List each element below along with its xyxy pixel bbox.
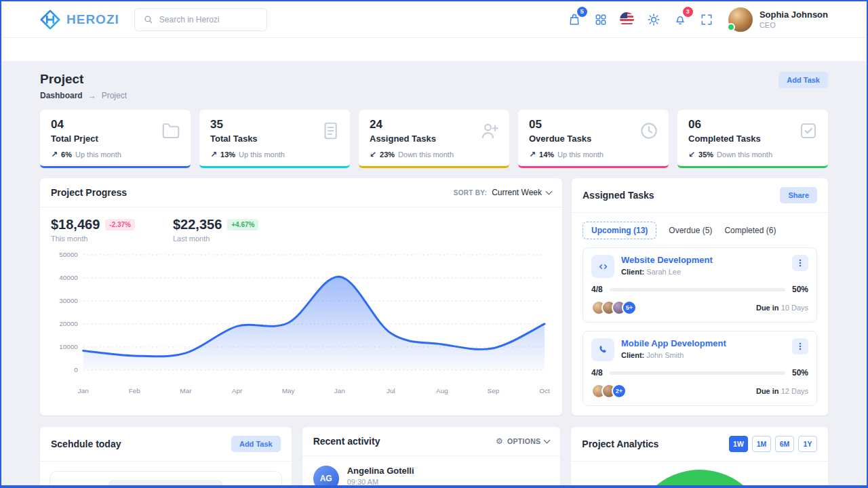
assigned-tasks-panel: Assigned Tasks Share Upcoming (13) Overd…: [572, 178, 828, 415]
trend-percent: 23%: [380, 150, 395, 159]
svg-text:Jan: Jan: [334, 387, 345, 394]
kpi-change-badge: -2.37%: [105, 219, 135, 230]
range-toggle: 1W 1M 6M 1Y: [729, 436, 817, 452]
add-task-button[interactable]: Add Task: [778, 72, 828, 88]
language-button[interactable]: [620, 12, 635, 27]
clock-icon: [639, 121, 659, 141]
notifications-button[interactable]: 3: [673, 12, 688, 27]
schedule-panel: Scehdule today Add Task May, 2025: [40, 427, 292, 488]
code-icon: [591, 255, 614, 278]
progress-bar: [610, 288, 785, 291]
trend-note: Up this month: [239, 150, 285, 159]
apps-button[interactable]: [593, 12, 608, 27]
user-menu[interactable]: Sophia Johnson CEO: [728, 7, 828, 32]
sort-by-dropdown[interactable]: SORT BY: Current Week: [454, 188, 551, 197]
panel-title: Project Analytics: [582, 439, 658, 449]
svg-text:Jan: Jan: [78, 387, 89, 394]
cart-badge: 5: [577, 7, 587, 17]
brand-logo[interactable]: HEROZI: [40, 9, 119, 30]
kpi-value: $18,469: [51, 217, 100, 232]
range-6m-button[interactable]: 6M: [775, 436, 794, 452]
task-percent: 50%: [792, 285, 808, 294]
stat-trend: ↙ 35% Down this month: [688, 150, 817, 159]
page-title: Project: [40, 72, 127, 87]
kpi-label: Last month: [173, 235, 259, 243]
user-avatar: [728, 7, 753, 32]
range-1y-button[interactable]: 1Y: [798, 436, 817, 452]
trend-down-icon: ↙: [370, 150, 376, 159]
options-label: OPTIONS: [507, 437, 540, 445]
secondary-bar: [1, 38, 867, 61]
analytics-donut: [632, 470, 768, 488]
calendar-next-button[interactable]: [256, 481, 273, 488]
client-name: Sarah Lee: [646, 268, 681, 276]
task-menu-button[interactable]: [792, 338, 808, 354]
kpi-this-month: $18,469 -2.37% This month: [51, 217, 135, 243]
fullscreen-button[interactable]: [699, 12, 714, 27]
tab-overdue[interactable]: Overdue (5): [669, 222, 712, 239]
kpi-row: $18,469 -2.37% This month $22,356 +4.67%…: [51, 217, 551, 243]
options-dropdown[interactable]: ⚙ OPTIONS: [496, 437, 549, 445]
calendar-prev-button[interactable]: [58, 481, 76, 488]
share-button[interactable]: Share: [780, 187, 817, 203]
svg-text:0: 0: [74, 366, 78, 373]
trend-note: Up this month: [75, 150, 121, 159]
panel-title: Recent activity: [313, 436, 380, 447]
theme-toggle-button[interactable]: [646, 12, 661, 27]
area-chart: 01000020000300004000050000JanFebMarAprMa…: [51, 245, 551, 400]
stat-card-total-tasks: 35 Total Tasks ↗ 13% Up this month: [199, 110, 350, 168]
stat-card-overdue-tasks: 05 Overdue Tasks ↗ 14% Up this month: [518, 110, 669, 168]
avatar-more-badge: 5+: [622, 300, 637, 315]
svg-text:40000: 40000: [59, 274, 78, 281]
schedule-add-task-button[interactable]: Add Task: [231, 436, 281, 452]
svg-text:10000: 10000: [59, 343, 78, 350]
chevron-right-icon: [260, 486, 269, 488]
brand-name: HEROZI: [66, 12, 119, 27]
due-value: 12 Days: [781, 387, 808, 395]
cart-button[interactable]: 5: [567, 12, 582, 27]
trend-percent: 6%: [61, 150, 72, 159]
task-menu-button[interactable]: [792, 255, 808, 271]
kpi-label: This month: [51, 235, 135, 243]
panel-title: Scehdule today: [51, 439, 121, 449]
task-title-link[interactable]: Website Development: [621, 255, 713, 265]
client-label: Client:: [621, 351, 644, 359]
kpi-last-month: $22,356 +4.67% Last month: [173, 217, 259, 243]
trend-up-icon: ↗: [210, 150, 217, 159]
task-title-link[interactable]: Mobile App Development: [621, 338, 726, 348]
panel-title: Assigned Tasks: [583, 190, 654, 201]
stat-card-total-projects: 04 Total Prject ↗ 6% Up this month: [40, 110, 191, 168]
activity-time: 09:30 AM: [347, 478, 541, 486]
svg-text:20000: 20000: [59, 320, 78, 327]
phone-icon: [591, 338, 614, 361]
client-label: Client:: [621, 268, 644, 276]
task-list: Website Development Client: Sarah Lee: [572, 239, 828, 415]
search-input[interactable]: [159, 15, 258, 24]
svg-text:Mar: Mar: [180, 387, 192, 394]
kpi-value: $22,356: [173, 217, 222, 232]
trend-note: Down this month: [398, 150, 454, 159]
search-box[interactable]: [134, 8, 267, 31]
breadcrumb-dashboard[interactable]: Dashboard: [40, 91, 83, 100]
recent-activity-panel: Recent activity ⚙ OPTIONS AG Angelina Go…: [302, 427, 561, 488]
trend-percent: 35%: [698, 150, 713, 159]
calendar: May, 2025: [50, 471, 282, 488]
trend-percent: 13%: [220, 150, 235, 159]
task-client: Client: John Smith: [621, 351, 726, 359]
project-analytics-panel: Project Analytics 1W 1M 6M 1Y: [571, 427, 828, 488]
tab-upcoming[interactable]: Upcoming (13): [583, 222, 656, 239]
sort-label: SORT BY:: [454, 189, 487, 197]
breadcrumb-arrow-icon: →: [88, 91, 96, 100]
sort-value: Current Week: [492, 188, 542, 197]
top-navbar: HEROZI 5: [1, 1, 867, 38]
tab-completed[interactable]: Completed (6): [724, 222, 776, 239]
range-1w-button[interactable]: 1W: [729, 436, 748, 452]
svg-text:Oct: Oct: [539, 387, 550, 394]
main-content: Project Dashboard → Project Add Task 04 …: [1, 61, 867, 488]
range-1m-button[interactable]: 1M: [752, 436, 771, 452]
trend-down-icon: ↙: [688, 150, 695, 159]
due-value: 10 Days: [781, 304, 808, 312]
breadcrumb-current: Project: [102, 91, 127, 100]
trend-note: Up this month: [557, 150, 604, 159]
sun-icon: [647, 13, 660, 26]
